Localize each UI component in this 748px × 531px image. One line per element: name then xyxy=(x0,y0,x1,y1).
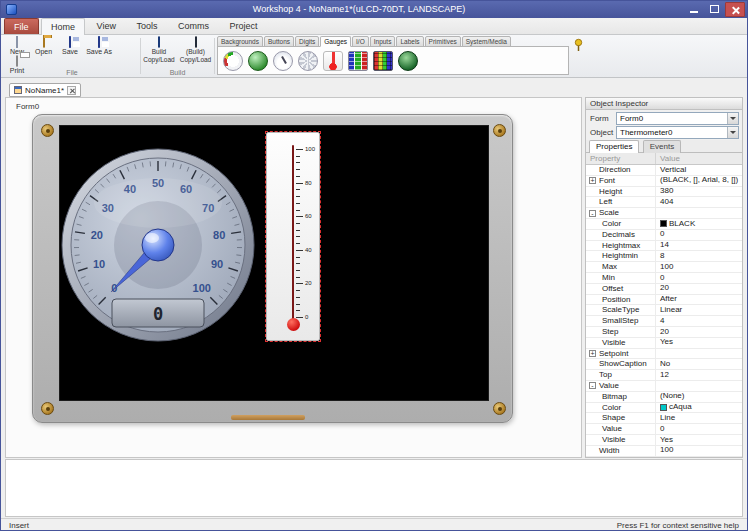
palette-tab-i-o[interactable]: I/O xyxy=(352,36,369,47)
save-as-button[interactable]: Save As xyxy=(85,36,114,55)
collapse-icon[interactable]: - xyxy=(589,382,596,389)
property-value-cell[interactable]: 8 xyxy=(656,251,742,261)
form-selector[interactable]: Form0 xyxy=(616,112,739,125)
property-value-cell[interactable]: 404 xyxy=(656,197,742,207)
property-row[interactable]: Max100 xyxy=(586,262,742,273)
property-value-cell[interactable]: Yes xyxy=(656,338,742,348)
led-matrix-icon[interactable] xyxy=(373,51,393,71)
property-row[interactable]: Value0 xyxy=(586,424,742,435)
thermometer-widget[interactable]: 100806040200 xyxy=(266,132,320,341)
property-value-cell[interactable]: 380 xyxy=(656,187,742,197)
property-value-cell[interactable]: (None) xyxy=(656,392,742,402)
palette-tab-buttons[interactable]: Buttons xyxy=(264,36,294,47)
tab-events[interactable]: Events xyxy=(643,140,681,153)
property-row[interactable]: -Scale xyxy=(586,208,742,219)
thermometer-icon[interactable] xyxy=(323,51,343,71)
property-value-cell[interactable]: 0 xyxy=(656,273,742,283)
meter-icon[interactable] xyxy=(273,51,293,71)
property-row[interactable]: Step20 xyxy=(586,327,742,338)
pin-button[interactable] xyxy=(571,37,585,51)
property-row[interactable]: VisibleYes xyxy=(586,435,742,446)
property-value-cell[interactable]: BLACK xyxy=(656,219,742,229)
property-row[interactable]: Heightmax14 xyxy=(586,241,742,252)
property-row[interactable]: DirectionVertical xyxy=(586,165,742,176)
palette-tab-system-media[interactable]: System/Media xyxy=(462,36,511,47)
tab-file[interactable]: File xyxy=(4,18,39,34)
tab-tools[interactable]: Tools xyxy=(127,18,166,34)
palette-tab-primitives[interactable]: Primitives xyxy=(425,36,461,47)
property-row[interactable]: ColorBLACK xyxy=(586,219,742,230)
property-value-cell[interactable]: 100 xyxy=(656,446,742,456)
minimize-button[interactable] xyxy=(684,2,704,17)
save-button[interactable]: Save xyxy=(58,36,82,55)
property-value-cell[interactable]: No xyxy=(656,359,742,369)
tab-comms[interactable]: Comms xyxy=(169,18,218,34)
property-value-cell[interactable] xyxy=(656,208,742,218)
property-row[interactable]: VisibleYes xyxy=(586,338,742,349)
property-value-cell[interactable]: Yes xyxy=(656,435,742,445)
property-value-cell[interactable]: (BLACK, [], Arial, 8, []) xyxy=(656,176,742,186)
cool-gauge-icon[interactable] xyxy=(248,51,268,71)
message-panel[interactable] xyxy=(5,459,743,517)
property-value-cell[interactable] xyxy=(656,349,742,359)
property-value-cell[interactable]: cAqua xyxy=(656,403,742,413)
tab-view[interactable]: View xyxy=(88,18,125,34)
property-row[interactable]: +Font(BLACK, [], Arial, 8, []) xyxy=(586,176,742,187)
chevron-down-icon[interactable] xyxy=(727,113,738,124)
open-button[interactable]: Open xyxy=(32,36,56,55)
spectrum-icon[interactable] xyxy=(298,51,318,71)
property-value-cell[interactable]: After xyxy=(656,295,742,305)
property-row[interactable]: Width100 xyxy=(586,446,742,457)
property-row[interactable]: PositionAfter xyxy=(586,295,742,306)
palette-tab-backgrounds[interactable]: Backgrounds xyxy=(217,36,263,47)
build-copy-load-alt-button[interactable]: (Build) Copy/Load xyxy=(179,36,213,63)
property-value-cell[interactable]: 12 xyxy=(656,370,742,380)
led-bar-icon[interactable] xyxy=(348,51,368,71)
property-row[interactable]: Heightmin8 xyxy=(586,251,742,262)
tab-properties[interactable]: Properties xyxy=(589,140,639,153)
property-value-cell[interactable]: 20 xyxy=(656,284,742,294)
display-screen[interactable]: 0102030405060708090100 0 100806040200 xyxy=(59,125,489,401)
property-value-cell[interactable]: Line xyxy=(656,413,742,423)
close-button[interactable] xyxy=(725,2,745,17)
tab-close-icon[interactable] xyxy=(67,86,76,95)
property-row[interactable]: -Value xyxy=(586,381,742,392)
property-value-cell[interactable]: 0 xyxy=(656,230,742,240)
property-row[interactable]: Left404 xyxy=(586,197,742,208)
maximize-button[interactable] xyxy=(704,2,724,17)
property-row[interactable]: ShowCaptionNo xyxy=(586,359,742,370)
property-value-cell[interactable]: 14 xyxy=(656,241,742,251)
property-value-cell[interactable]: Vertical xyxy=(656,165,742,175)
property-row[interactable]: ShapeLine xyxy=(586,413,742,424)
document-tab[interactable]: NoName1* xyxy=(9,83,81,97)
property-value-cell[interactable]: 4 xyxy=(656,316,742,326)
property-row[interactable]: SmallStep4 xyxy=(586,316,742,327)
palette-tab-labels[interactable]: Labels xyxy=(396,36,423,47)
property-row[interactable]: Decimals0 xyxy=(586,230,742,241)
form-designer[interactable]: Form0 xyxy=(5,97,582,458)
object-selector[interactable]: Thermometer0 xyxy=(616,126,739,139)
property-value-cell[interactable]: 20 xyxy=(656,327,742,337)
collapse-icon[interactable]: - xyxy=(589,210,596,217)
property-row[interactable]: Min0 xyxy=(586,273,742,284)
property-row[interactable]: ScaleTypeLinear xyxy=(586,305,742,316)
property-value-cell[interactable]: Linear xyxy=(656,305,742,315)
property-value-cell[interactable] xyxy=(656,381,742,391)
property-row[interactable]: +Setpoint xyxy=(586,349,742,360)
angular-meter-icon[interactable] xyxy=(223,51,243,71)
property-row[interactable]: Top12 xyxy=(586,370,742,381)
property-row[interactable]: Bitmap(None) xyxy=(586,392,742,403)
knob-icon[interactable] xyxy=(398,51,418,71)
property-value-cell[interactable]: 100 xyxy=(656,262,742,272)
chevron-down-icon[interactable] xyxy=(727,127,738,138)
palette-tab-gauges[interactable]: Gauges xyxy=(320,36,351,47)
property-row[interactable]: Offset20 xyxy=(586,284,742,295)
palette-tab-inputs[interactable]: Inputs xyxy=(370,36,396,47)
expand-icon[interactable]: + xyxy=(589,177,596,184)
build-copy-load-button[interactable]: Build Copy/Load xyxy=(142,36,176,63)
property-row[interactable]: Height380 xyxy=(586,187,742,198)
tab-project[interactable]: Project xyxy=(220,18,266,34)
tab-home[interactable]: Home xyxy=(41,18,85,35)
property-value-cell[interactable]: 0 xyxy=(656,424,742,434)
property-row[interactable]: ColorcAqua xyxy=(586,403,742,414)
